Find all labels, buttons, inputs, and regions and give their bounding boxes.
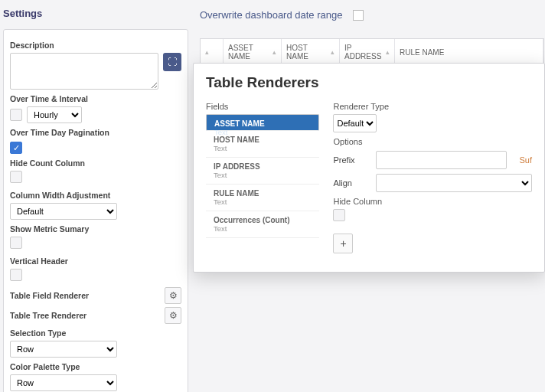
description-input[interactable]	[10, 53, 158, 90]
sort-icon[interactable]: ▴	[331, 48, 335, 56]
gear-icon: ⚙	[169, 310, 178, 321]
field-type: Text	[214, 171, 312, 179]
over-time-day-pagination-checkbox[interactable]: ✓	[10, 142, 22, 154]
header-ip-address[interactable]: IP ADDRESS	[344, 44, 383, 60]
field-name: HOST NAME	[214, 136, 312, 144]
vertical-header-label: Vertical Header	[10, 256, 181, 266]
table-tree-renderer-label: Table Tree Renderer	[10, 311, 86, 320]
color-palette-label: Color Palette Type	[10, 362, 181, 371]
column-header-row: ▴ ASSET NAME▴ HOST NAME▴ IP ADDRESS▴ RUL…	[200, 38, 544, 66]
table-field-renderer-label: Table Field Renderer	[10, 291, 89, 300]
field-name: ASSET NAME	[214, 119, 311, 128]
over-time-day-pagination-label: Over Time Day Pagination	[10, 128, 181, 137]
gear-icon: ⚙	[169, 290, 178, 301]
field-name: IP ADDRESS	[214, 162, 312, 171]
selection-type-label: Selection Type	[10, 328, 181, 338]
options-label: Options	[333, 137, 532, 146]
description-expand-button[interactable]: ⛶	[163, 53, 181, 71]
column-width-select[interactable]: Default	[10, 203, 117, 220]
fields-list: ASSET NAMETextHOST NAMETextIP ADDRESSTex…	[206, 114, 319, 238]
header-rule-name[interactable]: RULE NAME	[400, 48, 444, 57]
interval-select[interactable]: Hourly	[27, 106, 82, 123]
align-label: Align	[333, 178, 368, 188]
hide-count-column-checkbox[interactable]	[10, 171, 22, 183]
field-item[interactable]: IP ADDRESSText	[206, 158, 319, 185]
hide-count-column-label: Hide Count Column	[10, 158, 181, 168]
over-time-interval-checkbox[interactable]	[10, 109, 22, 121]
selection-type-select[interactable]: Row	[10, 341, 117, 358]
header-asset-name[interactable]: ASSET NAME	[228, 44, 269, 60]
hide-column-label: Hide Column	[333, 197, 532, 206]
table-renderers-dialog: Table Renderers Fields ASSET NAMETextHOS…	[193, 63, 545, 273]
plus-icon: +	[340, 237, 346, 250]
sort-icon[interactable]: ▴	[386, 48, 390, 56]
add-option-button[interactable]: +	[333, 234, 353, 253]
field-item[interactable]: HOST NAMEText	[206, 131, 319, 158]
field-name: RULE NAME	[214, 189, 312, 198]
sort-icon[interactable]: ▴	[205, 48, 209, 56]
expand-icon: ⛶	[168, 57, 177, 67]
column-width-label: Column Width Adjustment	[10, 191, 181, 200]
field-item[interactable]: Occurrences (Count)Text	[206, 211, 319, 238]
renderer-type-label: Renderer Type	[333, 102, 532, 111]
prefix-label: Prefix	[333, 155, 368, 165]
dialog-title: Table Renderers	[206, 74, 532, 91]
over-time-interval-label: Over Time & Interval	[10, 94, 181, 103]
description-label: Description	[10, 41, 181, 50]
field-item[interactable]: ASSET NAMEText	[206, 114, 319, 131]
table-tree-renderer-settings-button[interactable]: ⚙	[165, 307, 181, 324]
table-field-renderer-settings-button[interactable]: ⚙	[165, 287, 181, 304]
vertical-header-checkbox[interactable]	[10, 269, 22, 281]
color-palette-select[interactable]: Row	[10, 374, 117, 391]
fields-label: Fields	[206, 102, 319, 111]
overwrite-date-range-checkbox[interactable]	[353, 10, 364, 21]
header-host-name[interactable]: HOST NAME	[286, 44, 328, 60]
field-type: Text	[214, 224, 312, 233]
suffix-label: Suf	[519, 155, 532, 165]
field-type: Text	[214, 198, 312, 206]
show-metric-summary-checkbox[interactable]	[10, 237, 22, 249]
field-type: Text	[214, 144, 312, 152]
sort-icon[interactable]: ▴	[272, 48, 276, 56]
prefix-input[interactable]	[376, 151, 507, 169]
field-name: Occurrences (Count)	[214, 216, 312, 224]
align-select[interactable]	[376, 174, 532, 192]
renderer-type-select[interactable]: Default	[333, 114, 377, 132]
hide-column-checkbox[interactable]	[333, 209, 345, 221]
overwrite-date-range-label: Overwrite dashboard date range	[200, 9, 342, 21]
show-metric-summary-label: Show Metric Sumary	[10, 224, 181, 234]
settings-panel: Description ⛶ Over Time & Interval Hourl…	[3, 29, 188, 392]
field-item[interactable]: RULE NAMEText	[206, 185, 319, 211]
overwrite-date-range-row: Overwrite dashboard date range	[200, 9, 364, 21]
